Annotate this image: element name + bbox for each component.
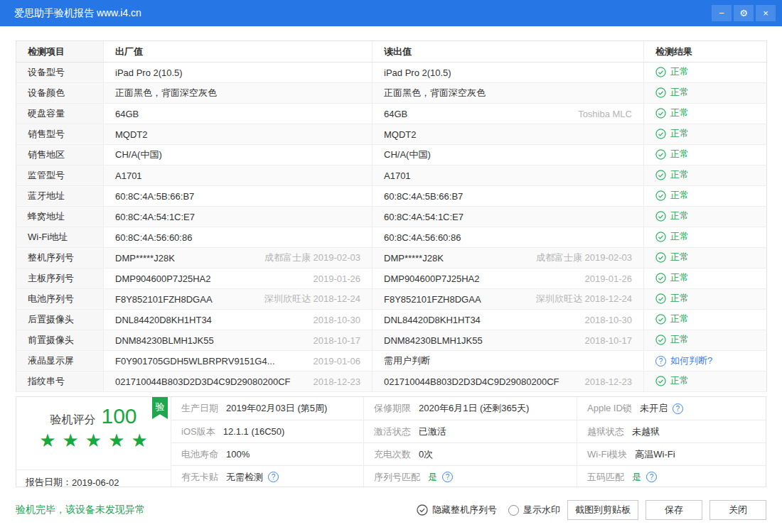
table-row: 液晶显示屏 F0Y901705GDH5WLBRPRV9151G4... 2019… <box>16 351 767 371</box>
summary-cell: 激活状态 已激活 ? <box>363 420 577 443</box>
row-item-label: 硬盘容量 <box>16 104 104 124</box>
report-date-value: 2019-06-02 <box>72 477 119 488</box>
factory-value: 正面黑色，背面深空灰色 <box>115 87 217 99</box>
check-circle-icon <box>655 232 666 242</box>
result-cell: ? 正常 <box>644 186 767 207</box>
table-row: 销售地区 CH/A(中国) CH/A(中国) <box>16 145 767 165</box>
help-icon[interactable]: ? <box>442 472 453 482</box>
screenshot-to-clipboard-button[interactable]: 截图到剪贴板 <box>567 500 638 520</box>
factory-value-cell: F0Y901705GDH5WLBRPRV9151G4... 2019-01-06 <box>104 351 373 371</box>
summary-cell-label: 有无卡贴 <box>181 471 218 484</box>
result-text: 正常 <box>670 148 689 161</box>
watermark-radio[interactable]: 显示水印 <box>508 504 560 516</box>
result-text: 正常 <box>670 292 689 305</box>
app-window: 爱思助手验机报告 www.i4.cn − ⚙ × 检测项目 出厂值 读出值 检测… <box>0 0 782 532</box>
factory-value-cell: 60:8C:4A:5B:66:B7 <box>104 186 373 207</box>
result-text: 正常 <box>670 313 689 325</box>
close-report-button[interactable]: 关闭 <box>709 500 766 520</box>
result-text: 正常 <box>670 189 689 202</box>
minimize-button[interactable]: − <box>712 5 732 21</box>
factory-value: 60:8C:4A:5B:66:B7 <box>115 191 194 202</box>
result-cell: ? 正常 <box>644 145 767 165</box>
summary-cell: 有无卡贴 无需检测 ? <box>171 465 363 488</box>
summary-cell-value: 是 <box>632 471 641 484</box>
read-value: DMP*****J28K <box>384 253 444 264</box>
table-row: 后置摄像头 DNL84420D8KH1HT34 2018-10-30 DNL84… <box>16 310 767 330</box>
header-read: 读出值 <box>373 41 644 63</box>
summary-cell: 五码匹配 是 ? <box>577 465 766 488</box>
header-item: 检测项目 <box>16 41 104 63</box>
summary-cell: 序列号匹配 是 ? <box>363 465 577 488</box>
factory-value: DMP*****J28K <box>115 253 175 264</box>
summary-cell-value: 高温Wi-Fi <box>635 448 675 461</box>
factory-note: 深圳欣旺达 2018-12-24 <box>257 293 360 305</box>
row-item-label: Wi-Fi地址 <box>16 227 104 248</box>
summary-cell: 生产日期 2019年02月03日 (第5周) ? <box>171 397 363 420</box>
summary-cell-label: 五码匹配 <box>587 471 624 484</box>
table-header-row: 检测项目 出厂值 读出值 检测结果 <box>16 41 767 63</box>
read-value-cell: 60:8C:4A:56:60:86 <box>373 227 644 248</box>
result-text: 正常 <box>670 127 689 140</box>
table-row: 主板序列号 DMP904600P7J25HA2 2019-01-26 DMP90… <box>16 268 767 289</box>
factory-note: 成都富士康 2019-02-03 <box>257 251 360 264</box>
window-title: 爱思助手验机报告 www.i4.cn <box>14 7 141 20</box>
factory-value-cell: 正面黑色，背面深空灰色 <box>104 83 373 104</box>
summary-cell-value: 2020年6月1日 (还剩365天) <box>419 402 529 415</box>
factory-value-cell: iPad Pro 2(10.5) <box>104 63 373 83</box>
check-circle-icon <box>655 108 666 119</box>
row-item-label: 主板序列号 <box>16 268 104 289</box>
summary-cell-label: Apple ID锁 <box>587 402 632 415</box>
settings-button[interactable]: ⚙ <box>734 5 754 21</box>
result-text: 正常 <box>670 374 689 387</box>
unchecked-circle-icon <box>508 505 519 516</box>
summary-cell-label: 电池寿命 <box>181 448 218 461</box>
check-circle-icon <box>655 211 666 222</box>
factory-value: F0Y901705GDH5WLBRPRV9151G4... <box>115 356 275 367</box>
score-label: 验机评分 <box>50 413 95 428</box>
read-value: 64GB <box>384 109 407 119</box>
row-item-label: 前置摄像头 <box>16 330 104 351</box>
question-circle-icon[interactable]: ? <box>655 356 666 367</box>
score-area: 验机评分 100 ★★★★★ <box>16 404 171 470</box>
factory-value-cell: 60:8C:4A:54:1C:E7 <box>104 207 373 227</box>
table-row: 蜂窝地址 60:8C:4A:54:1C:E7 60:8C:4A:54:1C:E7 <box>16 207 767 227</box>
read-note: 2019-01-26 <box>578 273 633 284</box>
hide-serial-label: 隐藏整机序列号 <box>432 504 497 516</box>
result-text: 如何判断? <box>670 354 712 367</box>
check-circle-icon <box>655 293 666 304</box>
summary-cell-label: iOS版本 <box>181 425 215 438</box>
factory-value-cell: DNL84420D8KH1HT34 2018-10-30 <box>104 310 373 330</box>
factory-note: 2018-10-17 <box>306 335 361 346</box>
close-icon: × <box>763 8 768 18</box>
result-text: 正常 <box>670 251 689 264</box>
factory-value-cell: 021710044B803D2D3D4C9D29080200CF 2018-12… <box>104 371 373 392</box>
summary-cell-value: 未越狱 <box>632 425 660 438</box>
summary-cell: 保修期限 2020年6月1日 (还剩365天) ? <box>363 397 577 420</box>
table-row: 整机序列号 DMP*****J28K 成都富士康 2019-02-03 DMP*… <box>16 248 767 268</box>
close-button[interactable]: × <box>756 5 776 21</box>
save-button[interactable]: 保存 <box>646 500 702 520</box>
hide-serial-checkbox[interactable]: 隐藏整机序列号 <box>417 504 497 516</box>
help-icon[interactable]: ? <box>268 472 279 482</box>
factory-value-cell: A1701 <box>104 165 373 186</box>
factory-value: CH/A(中国) <box>115 148 162 161</box>
report-date-label: 报告日期： <box>26 476 72 489</box>
check-circle-icon <box>655 273 666 283</box>
factory-value-cell: MQDT2 <box>104 124 373 145</box>
help-icon[interactable]: ? <box>646 472 657 482</box>
read-value-cell: DMP*****J28K 成都富士康 2019-02-03 <box>373 248 644 268</box>
read-value: 021710044B803D2D3D4C9D29080200CF <box>384 376 559 387</box>
factory-value: F8Y852101FZH8DGAA <box>115 294 213 305</box>
summary-cell: 充电次数 0次 ? <box>363 443 577 465</box>
result-text: 正常 <box>670 107 689 119</box>
help-icon[interactable]: ? <box>673 403 683 414</box>
factory-value-cell: DMP*****J28K 成都富士康 2019-02-03 <box>104 248 373 268</box>
summary-cell-value: 无需检测 <box>226 471 263 484</box>
read-value-cell: CH/A(中国) <box>373 145 644 165</box>
result-cell: ? 正常 <box>644 289 767 310</box>
check-circle-icon <box>655 170 666 180</box>
result-cell: ? 正常 <box>644 63 767 83</box>
read-note: Toshiba MLC <box>571 109 632 119</box>
result-cell: ? 正常 <box>644 83 767 104</box>
row-item-label: 电池序列号 <box>16 289 104 310</box>
